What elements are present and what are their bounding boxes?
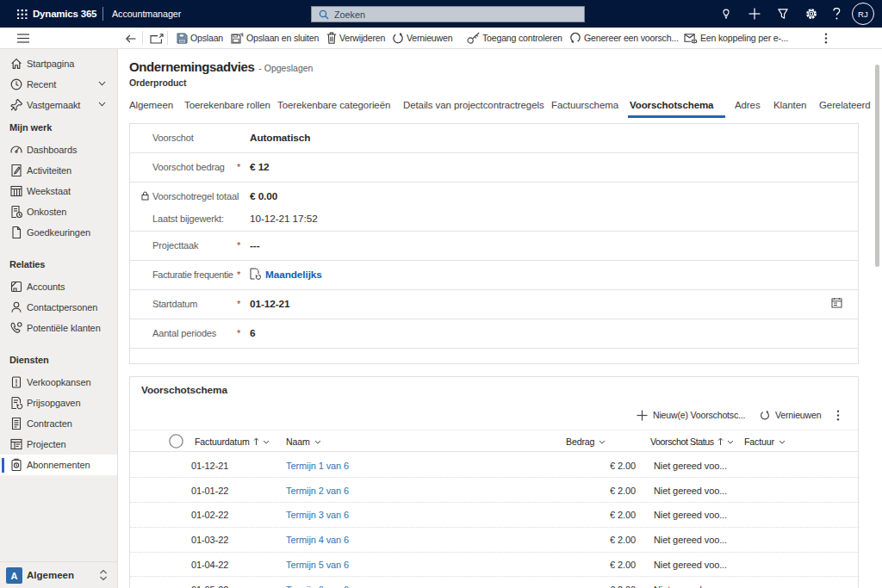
cell-naam-link[interactable]: Termijn 6 van 6 <box>286 578 349 588</box>
tab-voorschotschema[interactable]: Voorschotschema <box>628 96 725 118</box>
refresh-button[interactable]: Vernieuwen <box>392 28 452 48</box>
field-voorschot-bedrag[interactable]: Voorschot bedrag * € 12 <box>130 153 858 183</box>
filter-icon[interactable] <box>776 7 790 21</box>
field-label: Projecttaak <box>152 240 198 251</box>
email-link-label: Een koppeling per e-... <box>700 33 788 43</box>
chevron-down-icon[interactable] <box>98 81 106 86</box>
sidebar-item-startpagina[interactable]: Startpagina <box>0 53 117 74</box>
grid-row[interactable]: 01-12-21 Termijn 1 van 6 € 2.00 Niet ger… <box>130 454 858 479</box>
sidebar-item-label: Onkosten <box>27 207 66 217</box>
subgrid-refresh-button[interactable]: Vernieuwen <box>760 405 821 424</box>
cell-naam-link[interactable]: Termijn 4 van 6 <box>286 528 349 553</box>
brand-title[interactable]: Dynamics 365 <box>33 0 96 28</box>
subgrid-new-button[interactable]: Nieuw(e) Voorschotsc... <box>637 405 745 424</box>
field-startdatum[interactable]: Startdatum * 01-12-21 <box>130 290 858 319</box>
sidebar-item-weekstaat[interactable]: Weekstaat <box>0 181 117 201</box>
generate-button[interactable]: Genereer een voorsch... <box>569 28 679 48</box>
sidebar-item-activiteiten[interactable]: Activiteiten <box>0 160 117 181</box>
column-header-naam[interactable]: Naam <box>286 430 321 453</box>
area-initial: A <box>11 571 18 581</box>
grid-row[interactable]: 01-02-22 Termijn 3 van 6 € 2.00 Niet ger… <box>130 503 858 528</box>
popout-record-icon[interactable] <box>150 34 164 44</box>
sidebar-item-abonnementen[interactable]: Abonnementen <box>0 455 117 475</box>
tab-details-projectcontractregels[interactable]: Details van projectcontractregels <box>403 96 544 118</box>
field-projecttaak[interactable]: Projecttaak * --- <box>130 232 858 261</box>
field-voorschotregel-totaal[interactable]: Voorschotregel totaal € 0.00 Laatst bijg… <box>130 183 858 232</box>
check-access-button[interactable]: Toegang controleren <box>467 28 562 48</box>
cell-naam-link[interactable]: Termijn 3 van 6 <box>286 503 349 528</box>
cell-naam-link[interactable]: Termijn 5 van 6 <box>286 553 349 578</box>
grid-row[interactable]: 01-04-22 Termijn 5 van 6 € 2.00 Niet ger… <box>130 553 858 578</box>
grid-row[interactable]: 01-03-22 Termijn 4 van 6 € 2.00 Niet ger… <box>130 528 858 553</box>
tab-algemeen[interactable]: Algemeen <box>129 96 173 118</box>
lightbulb-icon[interactable] <box>719 7 733 21</box>
sidebar-item-label: Startpagina <box>27 59 74 69</box>
user-avatar[interactable]: RJ <box>852 3 874 25</box>
hamburger-menu-icon[interactable] <box>17 34 29 43</box>
sidebar-item-contactpersonen[interactable]: Contactpersonen <box>0 297 117 318</box>
page-scrollbar-thumb[interactable] <box>875 65 879 267</box>
settings-gear-icon[interactable] <box>804 7 818 21</box>
cell-bedrag: € 2.00 <box>561 578 636 588</box>
sidebar-item-verkoopkansen[interactable]: Verkoopkansen <box>0 372 117 393</box>
lookup-record-icon <box>250 268 261 280</box>
app-launcher-waffle-icon[interactable] <box>17 9 28 20</box>
sidebar-item-onkosten[interactable]: Onkosten <box>0 201 117 222</box>
sidebar-item-accounts[interactable]: Accounts <box>0 276 117 297</box>
more-commands-icon[interactable] <box>824 33 828 44</box>
sidebar-item-label: Vastgemaakt <box>27 100 80 110</box>
sidebar-item-recent[interactable]: Recent <box>0 74 117 95</box>
check-access-label: Toegang controleren <box>482 33 562 43</box>
sidebar-item-dashboards[interactable]: Dashboards <box>0 139 117 160</box>
field-value-link[interactable]: Maandelijks <box>265 269 322 281</box>
sidebar-item-projecten[interactable]: Projecten <box>0 434 117 455</box>
delete-button[interactable]: Verwijderen <box>326 28 385 48</box>
tab-toerekenbare-categorieen[interactable]: Toerekenbare categorieën <box>277 96 390 118</box>
field-aantal-periodes[interactable]: Aantal periodes * 6 <box>130 319 858 349</box>
sitemap-nav: Startpagina Recent Vastgemaakt Mijn werk <box>0 49 117 475</box>
sidebar-item-prijsopgaven[interactable]: Prijsopgaven <box>0 393 117 413</box>
field-facturatie-frequentie[interactable]: Facturatie frequentie * Maandelijks <box>130 261 858 290</box>
tab-gerelateerd[interactable]: Gerelateerd <box>819 96 871 118</box>
field-value: € 0.00 <box>250 190 277 202</box>
save-and-close-button[interactable]: Opslaan en sluiten <box>231 28 319 48</box>
column-header-factuurdatum[interactable]: Factuurdatum <box>195 430 270 453</box>
sidebar-item-contracten[interactable]: Contracten <box>0 413 117 434</box>
app-name[interactable]: Accountmanager <box>112 0 181 28</box>
email-link-button[interactable]: Een koppeling per e-... <box>684 28 788 48</box>
field-label: Voorschotregel totaal <box>152 191 239 201</box>
select-all-radio-icon[interactable] <box>169 434 183 449</box>
grid-row[interactable]: 01-01-22 Termijn 2 van 6 € 2.00 Niet ger… <box>130 478 858 503</box>
sidebar-item-label: Projecten <box>27 439 66 449</box>
page-edit-icon <box>9 164 23 177</box>
sidebar-item-goedkeuringen[interactable]: Goedkeuringen <box>0 222 117 243</box>
cell-naam-link[interactable]: Termijn 1 van 6 <box>286 454 349 479</box>
column-header-voorschot-status[interactable]: Voorschot Status <box>650 430 734 453</box>
column-header-bedrag[interactable]: Bedrag <box>566 430 606 453</box>
field-value: Automatisch <box>250 132 310 144</box>
sidebar-section-mijn-werk: Mijn werk <box>0 119 117 136</box>
plus-icon[interactable] <box>748 7 761 21</box>
back-arrow-icon[interactable] <box>126 34 136 43</box>
field-voorschot[interactable]: Voorschot Automatisch <box>130 124 858 153</box>
area-switcher[interactable]: A Algemeen <box>0 561 117 588</box>
tab-factuurschema[interactable]: Factuurschema <box>551 96 618 118</box>
chevron-down-icon[interactable] <box>98 102 106 107</box>
sidebar-item-potentiele-klanten[interactable]: Potentiële klanten <box>0 318 117 338</box>
tab-adres[interactable]: Adres <box>735 96 761 118</box>
gauge-icon <box>9 143 23 157</box>
cell-naam-link[interactable]: Termijn 2 van 6 <box>286 478 349 503</box>
column-header-factuur[interactable]: Factuur <box>744 430 786 453</box>
subgrid-more-icon[interactable] <box>836 410 840 421</box>
grid-row[interactable]: 01-05-22 Termijn 6 van 6 € 2.00 Niet ger… <box>130 578 858 588</box>
calendar-icon[interactable] <box>831 297 842 308</box>
global-search-input[interactable]: Zoeken <box>311 6 585 22</box>
sidebar-item-vastgemaakt[interactable]: Vastgemaakt <box>0 95 117 115</box>
tab-toerekenbare-rollen[interactable]: Toerekenbare rollen <box>184 96 270 118</box>
help-icon[interactable] <box>833 8 841 21</box>
column-label: Factuur <box>744 436 774 447</box>
main-content: Ondernemingsadvies - Opgeslagen Orderpro… <box>118 49 882 588</box>
sidebar-item-label: Contactpersonen <box>27 302 97 313</box>
tab-klanten[interactable]: Klanten <box>773 96 806 118</box>
save-button[interactable]: Opslaan <box>177 28 223 48</box>
